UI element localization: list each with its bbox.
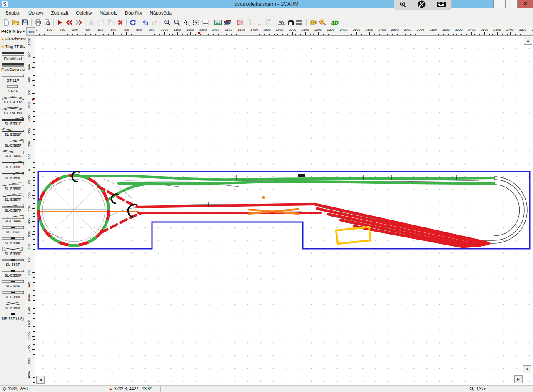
menu-napoveda[interactable]: Nápověda xyxy=(146,8,175,17)
lower-height-button[interactable]: h xyxy=(254,18,264,27)
library-item-sl-394f[interactable]: SL-394F xyxy=(0,224,26,235)
open-file-button[interactable] xyxy=(11,18,20,27)
green-main-line[interactable] xyxy=(74,175,494,199)
toolbar-separator xyxy=(126,19,127,26)
save-file-button[interactable] xyxy=(20,18,30,27)
menu-objekty[interactable]: Objekty xyxy=(72,8,96,17)
orange-point-marker[interactable] xyxy=(262,196,265,199)
close-button[interactable]: ✕ xyxy=(518,0,533,8)
h-up-icon: h xyxy=(247,19,253,26)
objects-button[interactable] xyxy=(308,18,318,27)
library-item-st-18f-r3[interactable]: ST-18F R3 xyxy=(0,105,26,115)
library-item-sl-e387f[interactable]: SL-E387F xyxy=(0,191,26,202)
menu-zobrazit[interactable]: Zobrazit xyxy=(47,8,72,17)
zoom-out-button[interactable] xyxy=(172,18,182,27)
plan-canvas[interactable]: ··▪··▪· ·▪· xyxy=(35,36,533,385)
zoom-pointer-button[interactable] xyxy=(182,18,191,27)
library-item-sl-e396f[interactable]: SL-E396F xyxy=(0,148,26,159)
library-item-sl-e389f[interactable]: SL-E389F xyxy=(0,170,26,180)
new-file-button[interactable] xyxy=(1,18,11,27)
zoom-area-button[interactable] xyxy=(191,18,201,27)
measure-button[interactable] xyxy=(318,18,327,27)
ruler-tick xyxy=(305,32,306,35)
library-item-sl-e392f[interactable]: SL-E392F xyxy=(0,126,26,137)
rotate-button[interactable] xyxy=(128,18,137,27)
ruler-tick xyxy=(224,34,224,35)
ruler-tick xyxy=(83,34,83,35)
library-item-flex-concrete[interactable]: Flex/Concrete xyxy=(0,61,26,72)
bridge-button[interactable] xyxy=(276,18,286,27)
undo-button[interactable] xyxy=(140,18,150,27)
prev-track-button[interactable] xyxy=(65,18,74,27)
raise-height-button[interactable]: h xyxy=(245,18,254,27)
cut-button[interactable] xyxy=(87,18,96,27)
yard-fan[interactable] xyxy=(314,204,489,247)
ruler-tick xyxy=(453,34,454,35)
library-item-sl-e399f[interactable]: SL-E399F xyxy=(0,213,26,224)
library-item-sl-e393f[interactable]: SL-E393F xyxy=(0,245,26,256)
ruler-tick xyxy=(33,308,35,309)
redo-button[interactable] xyxy=(150,18,159,27)
library-item-sl-390f[interactable]: SL-390F xyxy=(0,278,26,289)
copy-button[interactable] xyxy=(96,18,106,27)
paste-button[interactable] xyxy=(106,18,115,27)
remote-desktop-icon[interactable] xyxy=(418,0,426,8)
library-item-sl-e380f[interactable]: SL-E380F xyxy=(0,267,26,278)
library-item-fleischmann[interactable]: ★Fleischmann xyxy=(0,35,26,43)
show-heights-button[interactable] xyxy=(264,18,274,27)
library-item-sl-e394f[interactable]: SL-E394F xyxy=(0,235,26,245)
ruler-tick xyxy=(190,32,191,35)
library-item-sl-e386f[interactable]: SL-E386F xyxy=(0,180,26,191)
library-item-st-1f[interactable]: ST-1F xyxy=(0,83,26,94)
library-item-nb-56f-1-6[interactable]: NB-56F (1/6) xyxy=(0,310,26,321)
print-button[interactable] xyxy=(33,18,42,27)
ruler-unit-button[interactable]: mm xyxy=(26,27,35,36)
library-item-sl-380f[interactable]: SL-380F xyxy=(0,256,26,267)
delete-button[interactable] xyxy=(115,18,125,27)
library-item-label: Flex/Wood xyxy=(4,57,22,61)
ruler-tick xyxy=(33,65,35,65)
ruler-tick xyxy=(344,32,344,35)
library-item-st-15f-r2[interactable]: ST-15F R2 xyxy=(0,94,26,105)
menu-soubor[interactable]: Soubor xyxy=(2,8,25,17)
layers-button[interactable] xyxy=(223,18,232,27)
actual-size-button[interactable]: 1:1 xyxy=(201,18,210,27)
library-item-sl-e383f[interactable]: SL-E383F xyxy=(0,300,26,310)
tunnel-button[interactable] xyxy=(286,18,296,27)
flip-button[interactable] xyxy=(235,18,245,27)
printer-icon xyxy=(35,19,41,26)
background-image-button[interactable] xyxy=(213,18,223,27)
ruler-label: -400 xyxy=(27,115,31,122)
library-item-tillig-tt-std[interactable]: ★Tillig-TT-Std xyxy=(0,43,26,50)
start-point-button[interactable] xyxy=(55,18,65,27)
menu-nastroje[interactable]: Nástroje xyxy=(96,8,121,17)
remote-overlay-bar[interactable] xyxy=(394,0,452,10)
ruler-tick xyxy=(334,34,334,35)
scroll-down-button[interactable]: ▼ xyxy=(523,365,531,373)
zoom-in-button[interactable] xyxy=(162,18,172,27)
library-selector[interactable]: Peco-N-55 ▾ xyxy=(0,27,26,35)
library-item-sl-e388f[interactable]: SL-E388F xyxy=(0,159,26,170)
menu-doplnky[interactable]: Doplňky xyxy=(121,8,146,17)
keyboard-icon[interactable] xyxy=(437,1,446,7)
print-preview-button[interactable] xyxy=(42,18,52,27)
scroll-up-button[interactable]: ▲ xyxy=(524,37,532,45)
minimize-button[interactable]: – xyxy=(493,0,506,8)
library-item-sl-e391f[interactable]: SL-E391F xyxy=(0,115,26,126)
library-item-sl-e390f[interactable]: SL-E390F xyxy=(0,289,26,300)
view-3d-button[interactable]: 3D xyxy=(330,18,340,27)
scroll-left-button[interactable]: ◀ xyxy=(36,376,45,384)
menu-upravy[interactable]: Úpravy xyxy=(25,8,47,17)
parallel-tracks-button[interactable]: ▾ xyxy=(296,18,305,27)
library-item-sl-e395f[interactable]: SL-E395F xyxy=(0,137,26,148)
library-item-st-11f[interactable]: ST-11F xyxy=(0,72,26,83)
scroll-right-button[interactable]: ▶ xyxy=(514,375,523,383)
maximize-button[interactable]: ❐ xyxy=(506,0,518,8)
library-item-sl-e397f[interactable]: SL-E397F xyxy=(0,202,26,213)
library-item-flex-wood[interactable]: Flex/Wood xyxy=(0,50,26,61)
return-loop[interactable] xyxy=(466,177,527,243)
library-item-label: SL-394F xyxy=(6,230,20,235)
magnifier-plus-icon[interactable] xyxy=(399,1,407,8)
ruler-tick xyxy=(32,42,35,42)
next-track-button[interactable] xyxy=(74,18,84,27)
